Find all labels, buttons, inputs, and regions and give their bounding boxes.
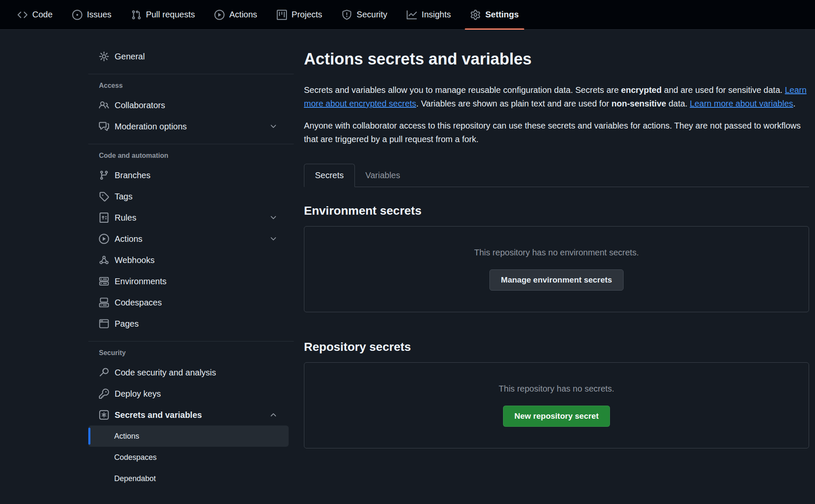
repo-tab-settings[interactable]: Settings [461, 0, 528, 29]
tab-variables[interactable]: Variables [355, 164, 411, 187]
sidebar-item-label: Collaborators [115, 101, 165, 110]
sidebar-item-label: Tags [115, 192, 132, 202]
repo-tab-actions[interactable]: Actions [205, 0, 267, 29]
sidebar-item-branches[interactable]: Branches [88, 165, 289, 186]
sidebar-section-title-access: Access [99, 82, 294, 90]
issue-opened-icon [72, 10, 82, 20]
chevron-down-icon [269, 213, 278, 222]
sidebar-item-rules[interactable]: Rules [88, 207, 289, 228]
sidebar-section-title-security: Security [99, 349, 294, 357]
repo-tab-issues[interactable]: Issues [62, 0, 121, 29]
sidebar-item-general[interactable]: General [88, 46, 289, 67]
environment-secrets-empty-box: This repository has no environment secre… [304, 226, 809, 312]
sidebar-item-label: Branches [115, 171, 151, 180]
repo-tab-pull-requests[interactable]: Pull requests [121, 0, 205, 29]
sidebar-item-code-security[interactable]: Code security and analysis [88, 362, 289, 383]
nav-label: Actions [229, 10, 257, 20]
repo-tab-insights[interactable]: Insights [397, 0, 461, 29]
github-repo-settings-page: Code Issues Pull requests Actions Projec… [0, 0, 815, 504]
chevron-up-icon [269, 411, 278, 419]
secrets-variables-tabnav: Secrets Variables [304, 164, 809, 187]
link-learn-more-variables[interactable]: Learn more about variables [690, 99, 793, 108]
tab-secrets[interactable]: Secrets [304, 164, 355, 187]
manage-environment-secrets-button[interactable]: Manage environment secrets [489, 269, 624, 291]
comment-discussion-icon [99, 121, 109, 132]
tag-icon [99, 191, 109, 202]
chevron-down-icon [269, 122, 278, 131]
project-icon [277, 10, 287, 20]
codespaces-icon [99, 297, 109, 308]
repository-secrets-empty-message: This repository has no secrets. [313, 384, 800, 394]
code-icon [17, 10, 28, 20]
sidebar-item-label: General [115, 52, 145, 62]
sidebar-item-label: Code security and analysis [115, 368, 216, 378]
sidebar-divider [88, 144, 294, 144]
sidebar-item-actions[interactable]: Actions [88, 228, 289, 249]
settings-sidebar: General Access Collaborators Moderation … [88, 46, 294, 489]
sidebar-item-label: Codespaces [115, 298, 162, 308]
sidebar-item-environments[interactable]: Environments [88, 271, 289, 292]
sidebar-item-deploy-keys[interactable]: Deploy keys [88, 383, 289, 404]
graph-icon [407, 10, 417, 20]
intro-bold-encrypted: encrypted [621, 85, 662, 95]
chevron-down-icon [269, 235, 278, 243]
asterisk-box-icon [99, 410, 109, 420]
environment-secrets-empty-message: This repository has no environment secre… [313, 248, 800, 258]
sidebar-item-tags[interactable]: Tags [88, 186, 289, 207]
sidebar-item-label: Webhooks [115, 255, 155, 265]
server-icon [99, 276, 109, 286]
people-icon [99, 100, 109, 110]
nav-label: Pull requests [146, 10, 195, 20]
sidebar-item-codespaces[interactable]: Codespaces [88, 292, 289, 313]
sidebar-item-label: Deploy keys [115, 389, 161, 399]
gear-icon [470, 10, 481, 20]
repository-secrets-empty-box: This repository has no secrets. New repo… [304, 362, 809, 448]
active-indicator-bar [88, 428, 90, 445]
intro-bold-non-sensitive: non-sensitive [612, 99, 666, 108]
sidebar-section-title-code-automation: Code and automation [99, 152, 294, 160]
sidebar-item-label: Moderation options [115, 122, 187, 132]
sidebar-subitem-label: Codespaces [114, 453, 157, 462]
repo-tab-code[interactable]: Code [8, 0, 62, 29]
new-repository-secret-button[interactable]: New repository secret [503, 406, 610, 427]
main-content: Actions secrets and variables Secrets an… [304, 42, 809, 448]
play-circle-icon [214, 10, 225, 20]
nav-label: Settings [485, 10, 519, 20]
sidebar-subitem-label: Actions [114, 432, 139, 441]
sidebar-item-pages[interactable]: Pages [88, 313, 289, 334]
gear-icon [99, 51, 109, 62]
browser-icon [99, 319, 109, 329]
nav-label: Issues [87, 10, 112, 20]
codescan-icon [99, 367, 109, 378]
sidebar-item-collaborators[interactable]: Collaborators [88, 95, 289, 116]
sidebar-item-moderation-options[interactable]: Moderation options [88, 116, 289, 137]
git-branch-icon [99, 170, 109, 180]
sidebar-divider [88, 74, 294, 74]
shield-icon [342, 10, 352, 20]
sidebar-item-secrets-and-variables[interactable]: Secrets and variables [88, 404, 289, 426]
repository-secrets-heading: Repository secrets [304, 340, 809, 354]
rule-icon [99, 213, 109, 223]
sidebar-item-label: Rules [115, 213, 136, 223]
sidebar-divider [88, 341, 294, 342]
sidebar-subitem-codespaces[interactable]: Codespaces [88, 447, 289, 468]
sidebar-item-label: Environments [115, 277, 166, 286]
repo-nav: Code Issues Pull requests Actions Projec… [0, 0, 815, 30]
sidebar-item-label: Secrets and variables [115, 410, 202, 420]
key-icon [99, 389, 109, 399]
sidebar-item-webhooks[interactable]: Webhooks [88, 249, 289, 271]
sidebar-subitem-dependabot[interactable]: Dependabot [88, 468, 289, 489]
sidebar-item-label: Pages [115, 319, 139, 329]
webhook-icon [99, 255, 109, 265]
git-pull-request-icon [131, 10, 141, 20]
repo-tab-security[interactable]: Security [332, 0, 397, 29]
sidebar-subitem-label: Dependabot [114, 474, 156, 483]
play-circle-icon [99, 234, 109, 244]
nav-label: Code [32, 10, 53, 20]
sidebar-subitem-actions[interactable]: Actions [88, 426, 289, 447]
nav-label: Insights [422, 10, 451, 20]
repo-tab-projects[interactable]: Projects [267, 0, 332, 29]
collaborator-access-paragraph: Anyone with collaborator access to this … [304, 119, 809, 146]
intro-paragraph: Secrets and variables allow you to manag… [304, 83, 809, 110]
sidebar-item-label: Actions [115, 234, 143, 244]
